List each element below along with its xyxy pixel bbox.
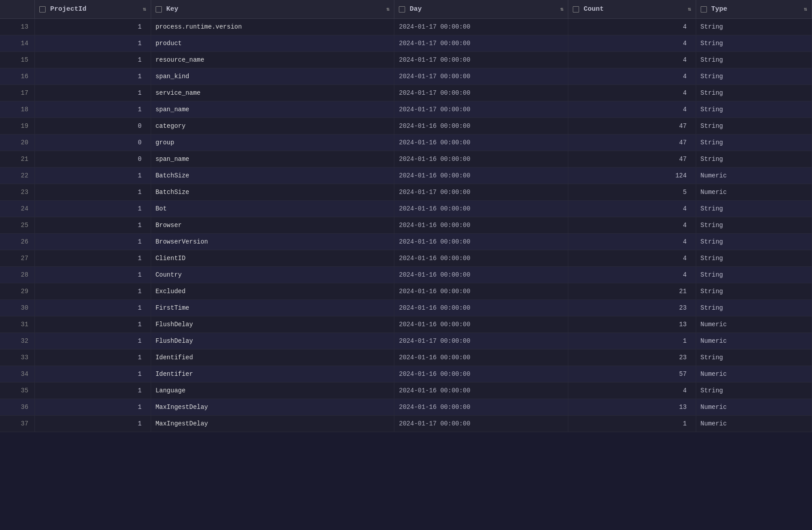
cell-day: 2024-01-16 00:00:00 bbox=[394, 234, 568, 250]
cell-row-num: 17 bbox=[0, 85, 35, 101]
table-row[interactable]: 190category2024-01-16 00:00:0047String bbox=[0, 118, 812, 135]
cell-count: 47 bbox=[568, 135, 696, 151]
col-header-day[interactable]: Day ⇅ bbox=[394, 0, 568, 19]
cell-project-id: 1 bbox=[35, 85, 151, 101]
cell-row-num: 36 bbox=[0, 399, 35, 416]
sort-icon[interactable]: ⇅ bbox=[804, 6, 807, 13]
cell-key: Country bbox=[151, 267, 394, 283]
cell-project-id: 1 bbox=[35, 349, 151, 366]
cell-day: 2024-01-16 00:00:00 bbox=[394, 217, 568, 234]
cell-key: Language bbox=[151, 383, 394, 399]
cell-day: 2024-01-17 00:00:00 bbox=[394, 68, 568, 85]
cell-day: 2024-01-16 00:00:00 bbox=[394, 250, 568, 267]
table-row[interactable]: 221BatchSize2024-01-16 00:00:00124Numeri… bbox=[0, 168, 812, 184]
cell-count: 4 bbox=[568, 383, 696, 399]
cell-key: resource_name bbox=[151, 52, 394, 68]
table-row[interactable]: 181span_name2024-01-17 00:00:004String bbox=[0, 101, 812, 118]
cell-type: String bbox=[696, 118, 812, 135]
column-icon bbox=[573, 6, 579, 13]
column-icon bbox=[399, 6, 405, 13]
table-row[interactable]: 351Language2024-01-16 00:00:004String bbox=[0, 383, 812, 399]
cell-project-id: 0 bbox=[35, 135, 151, 151]
cell-project-id: 1 bbox=[35, 217, 151, 234]
table-row[interactable]: 331Identified2024-01-16 00:00:0023String bbox=[0, 349, 812, 366]
column-icon bbox=[701, 6, 707, 13]
cell-count: 23 bbox=[568, 349, 696, 366]
cell-row-num: 37 bbox=[0, 416, 35, 432]
cell-day: 2024-01-17 00:00:00 bbox=[394, 101, 568, 118]
table-row[interactable]: 321FlushDelay2024-01-17 00:00:001Numeric bbox=[0, 333, 812, 349]
cell-row-num: 25 bbox=[0, 217, 35, 234]
cell-count: 23 bbox=[568, 300, 696, 316]
cell-project-id: 1 bbox=[35, 52, 151, 68]
table-row[interactable]: 171service_name2024-01-17 00:00:004Strin… bbox=[0, 85, 812, 101]
data-table: ProjectId ⇅ Key ⇅ Day ⇅ bbox=[0, 0, 812, 530]
cell-count: 4 bbox=[568, 85, 696, 101]
sort-icon[interactable]: ⇅ bbox=[560, 6, 563, 13]
table-row[interactable]: 341Identifier2024-01-16 00:00:0057Numeri… bbox=[0, 366, 812, 383]
table-header-row: ProjectId ⇅ Key ⇅ Day ⇅ bbox=[0, 0, 812, 19]
cell-count: 1 bbox=[568, 333, 696, 349]
cell-day: 2024-01-16 00:00:00 bbox=[394, 135, 568, 151]
table-row[interactable]: 241Bot2024-01-16 00:00:004String bbox=[0, 201, 812, 217]
cell-day: 2024-01-17 00:00:00 bbox=[394, 85, 568, 101]
cell-row-num: 23 bbox=[0, 184, 35, 201]
table-row[interactable]: 210span_name2024-01-16 00:00:0047String bbox=[0, 151, 812, 168]
cell-day: 2024-01-16 00:00:00 bbox=[394, 283, 568, 300]
cell-key: MaxIngestDelay bbox=[151, 416, 394, 432]
cell-type: String bbox=[696, 101, 812, 118]
table-row[interactable]: 141product2024-01-17 00:00:004String bbox=[0, 35, 812, 52]
cell-project-id: 1 bbox=[35, 316, 151, 333]
cell-project-id: 0 bbox=[35, 151, 151, 168]
sort-icon[interactable]: ⇅ bbox=[688, 6, 691, 13]
sort-icon[interactable]: ⇅ bbox=[143, 6, 146, 13]
cell-key: FirstTime bbox=[151, 300, 394, 316]
cell-row-num: 27 bbox=[0, 250, 35, 267]
table-row[interactable]: 371MaxIngestDelay2024-01-17 00:00:001Num… bbox=[0, 416, 812, 432]
cell-count: 4 bbox=[568, 68, 696, 85]
cell-project-id: 1 bbox=[35, 250, 151, 267]
table-row[interactable]: 251Browser2024-01-16 00:00:004String bbox=[0, 217, 812, 234]
col-header-row-num bbox=[0, 0, 35, 19]
cell-project-id: 1 bbox=[35, 168, 151, 184]
cell-project-id: 1 bbox=[35, 184, 151, 201]
cell-key: Browser bbox=[151, 217, 394, 234]
table-row[interactable]: 311FlushDelay2024-01-16 00:00:0013Numeri… bbox=[0, 316, 812, 333]
cell-type: Numeric bbox=[696, 399, 812, 416]
cell-key: ClientID bbox=[151, 250, 394, 267]
cell-project-id: 1 bbox=[35, 68, 151, 85]
table-row[interactable]: 301FirstTime2024-01-16 00:00:0023String bbox=[0, 300, 812, 316]
table-row[interactable]: 151resource_name2024-01-17 00:00:004Stri… bbox=[0, 52, 812, 68]
col-header-key[interactable]: Key ⇅ bbox=[151, 0, 394, 19]
cell-count: 13 bbox=[568, 316, 696, 333]
table-row[interactable]: 200group2024-01-16 00:00:0047String bbox=[0, 135, 812, 151]
table-row[interactable]: 361MaxIngestDelay2024-01-16 00:00:0013Nu… bbox=[0, 399, 812, 416]
table-row[interactable]: 291Excluded2024-01-16 00:00:0021String bbox=[0, 283, 812, 300]
cell-row-num: 26 bbox=[0, 234, 35, 250]
cell-row-num: 31 bbox=[0, 316, 35, 333]
table-body: 131process.runtime.version2024-01-17 00:… bbox=[0, 19, 812, 432]
cell-project-id: 1 bbox=[35, 19, 151, 35]
col-header-type[interactable]: Type ⇅ bbox=[696, 0, 812, 19]
cell-count: 5 bbox=[568, 184, 696, 201]
cell-day: 2024-01-17 00:00:00 bbox=[394, 416, 568, 432]
table-row[interactable]: 231BatchSize2024-01-17 00:00:005Numeric bbox=[0, 184, 812, 201]
col-header-project-id[interactable]: ProjectId ⇅ bbox=[35, 0, 151, 19]
cell-type: String bbox=[696, 85, 812, 101]
cell-row-num: 33 bbox=[0, 349, 35, 366]
table-row[interactable]: 261BrowserVersion2024-01-16 00:00:004Str… bbox=[0, 234, 812, 250]
col-header-count[interactable]: Count ⇅ bbox=[568, 0, 696, 19]
table-row[interactable]: 281Country2024-01-16 00:00:004String bbox=[0, 267, 812, 283]
table-row[interactable]: 131process.runtime.version2024-01-17 00:… bbox=[0, 19, 812, 35]
cell-count: 13 bbox=[568, 399, 696, 416]
cell-type: String bbox=[696, 135, 812, 151]
table-row[interactable]: 161span_kind2024-01-17 00:00:004String bbox=[0, 68, 812, 85]
cell-row-num: 21 bbox=[0, 151, 35, 168]
cell-type: String bbox=[696, 234, 812, 250]
cell-project-id: 1 bbox=[35, 366, 151, 383]
sort-icon[interactable]: ⇅ bbox=[386, 6, 389, 13]
cell-key: Identified bbox=[151, 349, 394, 366]
cell-count: 4 bbox=[568, 234, 696, 250]
table-row[interactable]: 271ClientID2024-01-16 00:00:004String bbox=[0, 250, 812, 267]
cell-type: String bbox=[696, 267, 812, 283]
